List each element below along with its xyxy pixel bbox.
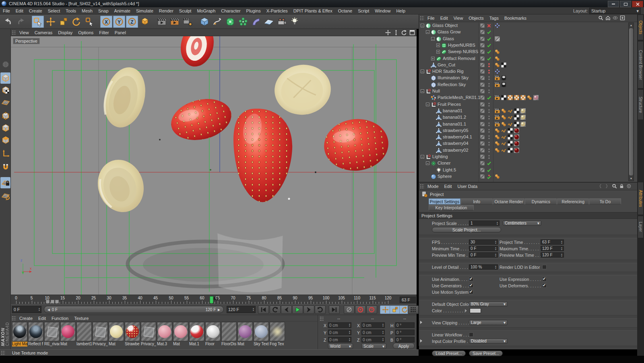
panel-tab-objects[interactable]: Objects [638, 14, 644, 40]
material-re-rivac-2[interactable]: RE_rivac [44, 322, 60, 347]
material-name[interactable]: Mat.3 [157, 342, 172, 346]
undo-button[interactable] [2, 16, 14, 28]
tag-uvw-icon[interactable] [501, 134, 506, 140]
timeline-playhead[interactable] [210, 296, 213, 303]
menu-tools[interactable]: Tools [63, 7, 79, 14]
menu-panel[interactable]: Panel [112, 29, 129, 36]
layer-chip-icon[interactable] [480, 102, 485, 107]
lock-z-axis-button[interactable]: Z [126, 16, 138, 28]
keyframe-mark[interactable] [55, 300, 59, 303]
expand-icon[interactable]: + [431, 57, 435, 60]
object-name[interactable]: Cloner [438, 161, 450, 165]
key-scale-button[interactable] [390, 305, 400, 314]
material-name[interactable]: Mat.1 [189, 342, 204, 346]
material-mat-6[interactable]: Mat [108, 322, 124, 347]
enable-state-icon[interactable] [487, 69, 491, 74]
enable-state-icon[interactable] [487, 122, 491, 127]
sky-object-icon[interactable] [431, 75, 436, 81]
menu-cameras[interactable]: Cameras [32, 29, 56, 36]
tab-octane-render[interactable]: Octane Render [493, 198, 525, 204]
menu-edit[interactable]: Edit [438, 14, 451, 22]
tree-row-banana01-1[interactable]: banana01.1 [419, 121, 627, 128]
enable-state-icon[interactable] [487, 23, 491, 28]
tree-row-strawberry04-1[interactable]: strawberry04.1 [419, 134, 627, 140]
render-view-button[interactable] [156, 16, 168, 28]
menu-sculpt[interactable]: Sculpt [176, 7, 194, 14]
eye-icon[interactable] [613, 15, 618, 21]
tree-row-fruit-pieces[interactable]: −Fruit Pieces [419, 101, 627, 108]
object-name[interactable]: strawberry02 [443, 148, 469, 153]
polygon-object-icon[interactable] [436, 108, 442, 114]
enable-state-icon[interactable] [487, 37, 491, 41]
tag-texgray-icon[interactable] [495, 36, 500, 41]
menu-octane[interactable]: Octane [335, 7, 355, 14]
collapse-icon[interactable]: − [431, 37, 435, 41]
tag-phong-icon[interactable] [501, 115, 506, 120]
enable-state-icon[interactable] [487, 102, 491, 107]
tree-row-hdr-studio-rig[interactable]: −HDR Studio Rig [419, 68, 627, 75]
tag-xpresso-icon[interactable] [495, 69, 500, 74]
load-preset-button[interactable]: Load Preset... [432, 351, 466, 356]
pos-x-field[interactable]: 0 cm▴▾ [328, 322, 351, 328]
tag-clap-icon[interactable] [495, 82, 500, 87]
home-icon[interactable] [605, 15, 611, 21]
previous-frame-button[interactable] [281, 305, 292, 314]
viewport-canvas[interactable]: z x [11, 36, 417, 295]
current-frame-value[interactable]: 63 F [400, 297, 416, 303]
menu-select[interactable]: Select [45, 7, 63, 14]
layer-chip-icon[interactable] [480, 128, 485, 133]
glass-object-icon[interactable] [431, 29, 436, 35]
record-disabled-button[interactable] [344, 305, 355, 314]
coordinate-system-button[interactable] [139, 16, 151, 28]
tag-checker-icon[interactable] [508, 134, 513, 140]
viewport[interactable]: z x Perspective [11, 36, 417, 295]
material-name[interactable]: lambert1 [76, 342, 92, 346]
record-help-button[interactable]: ? [366, 305, 377, 314]
play-loop-button[interactable] [315, 305, 326, 314]
menu-view[interactable]: View [451, 14, 466, 22]
tag-uvw-icon[interactable] [508, 115, 513, 120]
history-back-icon[interactable] [597, 184, 603, 189]
material-mat-3[interactable]: Mat [60, 322, 76, 347]
tag-ballred-icon[interactable] [514, 141, 519, 146]
layer-chip-icon[interactable] [480, 95, 485, 100]
enable-state-icon[interactable] [487, 56, 491, 61]
polygon-object-icon[interactable] [436, 134, 442, 140]
tree-row-glass-object[interactable]: −Glass Object [419, 23, 627, 29]
menu-edit[interactable]: Edit [442, 183, 455, 190]
tree-row-reflection-sky[interactable]: Reflection Sky [419, 82, 627, 88]
enable-state-icon[interactable] [487, 155, 491, 159]
tag-xpresso-icon[interactable] [495, 23, 500, 28]
value-field[interactable]: 100 %▴▾ [469, 264, 498, 270]
enable-state-icon[interactable] [487, 89, 491, 94]
layer-chip-icon[interactable] [480, 23, 485, 28]
layer-chip-icon[interactable] [480, 82, 485, 87]
scroll-up-icon[interactable]: ▲ [629, 23, 634, 27]
menu-function[interactable]: Function [49, 315, 71, 322]
pan-view-icon[interactable] [385, 30, 391, 35]
minimize-button[interactable] [608, 1, 619, 7]
snap-magnet-button[interactable] [0, 162, 10, 173]
nullobj-object-icon[interactable] [425, 154, 431, 160]
tag-clap-icon[interactable] [495, 108, 500, 113]
size-y-field[interactable]: 0 cm▴▾ [361, 330, 385, 335]
material-fog-tex-16[interactable]: Fog Tex [269, 322, 285, 347]
tag-phong-icon[interactable] [501, 108, 506, 113]
enable-state-icon[interactable] [487, 109, 491, 113]
menu-plugins[interactable]: Plugins [244, 7, 264, 14]
layer-chip-icon[interactable] [480, 135, 485, 139]
tree-row-sphere[interactable]: Sphere [419, 173, 627, 180]
object-name[interactable]: Glass Object [432, 23, 458, 28]
close-button[interactable] [632, 1, 643, 7]
layer-chip-icon[interactable] [480, 168, 485, 172]
unit-select[interactable]: Centimeters▾ [503, 221, 541, 226]
coord-mode-select[interactable]: Scale▾ [361, 343, 386, 349]
polygon-object-icon[interactable] [436, 128, 442, 134]
tab-info[interactable]: Info [461, 198, 493, 204]
scrollbar-thumb[interactable] [629, 28, 633, 175]
panel-tab-attributes[interactable]: Attributes [638, 182, 644, 215]
tag-phong-icon[interactable] [527, 95, 532, 100]
collapse-icon[interactable]: − [421, 24, 424, 27]
model-mode-button[interactable] [0, 72, 10, 84]
layer-chip-icon[interactable] [480, 122, 485, 126]
